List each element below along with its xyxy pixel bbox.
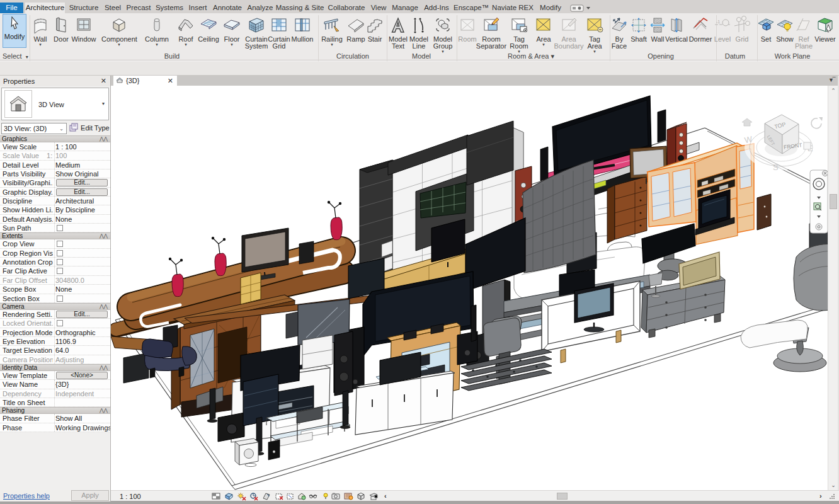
svg-text:-1: -1 [716,20,720,24]
svg-text:S: S [773,163,779,172]
